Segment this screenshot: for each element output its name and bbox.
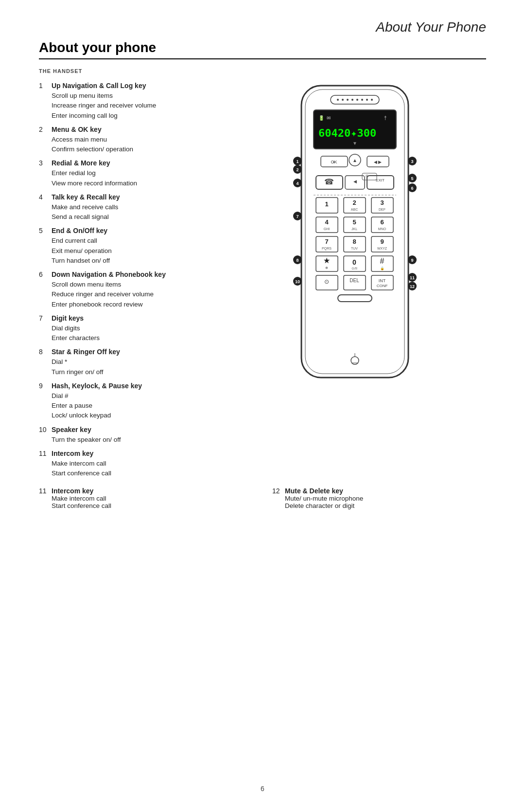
svg-text:1: 1	[325, 200, 328, 208]
svg-text:7: 7	[325, 238, 328, 245]
key-name-label: Hash, Keylock, & Pause key	[52, 382, 142, 390]
bottom-item-11: 11Intercom keyMake intercom callStart co…	[39, 487, 253, 509]
svg-text:JKL: JKL	[351, 227, 357, 231]
key-list: 1Up Navigation & Call Log keyScroll up m…	[39, 81, 219, 482]
key-sub-desc: Start conference call	[52, 469, 219, 478]
svg-text:10: 10	[295, 279, 300, 284]
key-sub-desc: Dial #	[52, 391, 219, 401]
svg-text:PQRS: PQRS	[322, 247, 332, 251]
bottom-key-number: 11	[39, 487, 48, 509]
phone-image: 🔋 ✉ † 60420✦300 ▼ 1 OK ≡	[287, 81, 433, 384]
svg-text:8: 8	[352, 238, 356, 245]
key-item-1: 1Up Navigation & Call Log keyScroll up m…	[39, 81, 219, 121]
svg-text:🔒: 🔒	[380, 266, 385, 271]
svg-rect-99	[338, 295, 372, 302]
key-description: Intercom keyMake intercom callStart conf…	[52, 449, 219, 479]
bottom-col-left: 11Intercom keyMake intercom callStart co…	[39, 487, 253, 512]
svg-text:✉: ✉	[327, 115, 331, 121]
key-name-label: End & On/Off key	[52, 227, 107, 235]
svg-text:#: #	[380, 257, 385, 265]
svg-point-4	[342, 99, 344, 101]
page-header: About Your Phone	[0, 0, 525, 40]
svg-text:60420✦300: 60420✦300	[318, 127, 376, 139]
svg-text:3: 3	[411, 159, 413, 164]
svg-text:DEF: DEF	[379, 208, 385, 211]
svg-text:◀ ▶: ◀ ▶	[374, 160, 382, 164]
svg-text:4: 4	[296, 181, 298, 186]
key-name-label: Down Navigation & Phonebook key	[52, 271, 166, 278]
svg-point-10	[371, 99, 373, 101]
bottom-sub-desc: Mute/ un-mute microphone	[285, 495, 486, 502]
key-sub-desc: View more record information	[52, 179, 219, 188]
key-sub-desc: Enter characters	[52, 333, 219, 343]
key-name-label: Speaker key	[52, 426, 91, 433]
key-item-9: 9Hash, Keylock, & Pause keyDial #Enter a…	[39, 381, 219, 421]
svg-text:9: 9	[380, 238, 384, 245]
svg-text:GHI: GHI	[324, 227, 330, 231]
svg-text:EXIT: EXIT	[376, 178, 385, 182]
svg-text:◀: ◀	[353, 179, 357, 184]
svg-text:5: 5	[352, 218, 356, 226]
svg-text:ABC: ABC	[351, 208, 358, 211]
key-number: 7	[39, 313, 48, 343]
key-name-label: Menu & OK key	[52, 126, 102, 133]
svg-text:MNO: MNO	[378, 227, 386, 231]
svg-text:6: 6	[380, 218, 384, 226]
handset-label: THE HANDSET	[39, 68, 486, 74]
svg-point-5	[347, 99, 349, 101]
bottom-col-right: 12Mute & Delete keyMute/ un-mute microph…	[272, 487, 486, 512]
key-number: 3	[39, 158, 48, 188]
key-description: Digit keysDial digitsEnter characters	[52, 313, 219, 343]
key-sub-desc: Turn ringer on/ off	[52, 367, 219, 377]
bottom-key-name: Intercom key	[52, 487, 93, 495]
svg-text:CONF: CONF	[377, 284, 388, 288]
phone-diagram: 🔋 ✉ † 60420✦300 ▼ 1 OK ≡	[233, 81, 486, 384]
bottom-sub-desc: Delete character or digit	[285, 502, 486, 509]
bottom-key-name: Mute & Delete key	[285, 487, 343, 495]
bottom-sub-desc: Make intercom call	[52, 495, 253, 502]
key-sub-desc: Increase ringer and receiver volume	[52, 101, 219, 110]
key-description: Star & Ringer Off keyDial *Turn ringer o…	[52, 347, 219, 377]
key-description: Up Navigation & Call Log keyScroll up me…	[52, 81, 219, 121]
page-number: 6	[261, 785, 264, 793]
bottom-list: 11Intercom keyMake intercom callStart co…	[39, 487, 486, 512]
key-sub-desc: Turn handset on/ off	[52, 256, 219, 266]
bottom-key-desc: Intercom keyMake intercom callStart conf…	[52, 487, 253, 509]
svg-text:DEL: DEL	[350, 278, 359, 283]
key-sub-desc: Access main menu	[52, 135, 219, 144]
page-content: About your phone THE HANDSET 1Up Navigat…	[0, 40, 525, 512]
key-number: 2	[39, 125, 48, 155]
svg-text:3: 3	[380, 199, 384, 206]
svg-text:0: 0	[352, 258, 356, 266]
key-number: 5	[39, 226, 48, 266]
key-sub-desc: Lock/ unlock keypad	[52, 411, 219, 420]
svg-text:7: 7	[296, 214, 298, 219]
svg-text:🔋: 🔋	[318, 115, 325, 121]
key-description: Down Navigation & Phonebook keyScroll do…	[52, 270, 219, 309]
svg-text:†: †	[384, 115, 387, 121]
key-item-3: 3Redial & More keyEnter redial logView m…	[39, 158, 219, 188]
svg-text:1: 1	[296, 159, 298, 164]
svg-text:▲: ▲	[352, 158, 357, 163]
key-item-11: 11Intercom keyMake intercom callStart co…	[39, 449, 219, 479]
svg-point-8	[361, 99, 363, 101]
key-sub-desc: Send a recall signal	[52, 212, 219, 222]
svg-point-7	[356, 99, 358, 101]
key-sub-desc: Enter a pause	[52, 401, 219, 411]
svg-point-9	[366, 99, 368, 101]
key-sub-desc: Exit menu/ operation	[52, 246, 219, 256]
key-name-label: Talk key & Recall key	[52, 193, 120, 201]
key-description: Speaker keyTurn the speaker on/ off	[52, 425, 219, 445]
key-sub-desc: Dial *	[52, 357, 219, 367]
svg-text:11: 11	[410, 275, 415, 280]
key-item-7: 7Digit keysDial digitsEnter characters	[39, 313, 219, 343]
key-item-10: 10Speaker keyTurn the speaker on/ off	[39, 425, 219, 445]
key-description: Redial & More keyEnter redial logView mo…	[52, 158, 219, 188]
bottom-sub-desc: Start conference call	[52, 502, 253, 509]
key-number: 10	[39, 425, 48, 445]
key-sub-desc: Reduce ringer and receiver volume	[52, 289, 219, 299]
key-number: 11	[39, 449, 48, 479]
svg-text:6: 6	[411, 186, 413, 191]
svg-text:✻: ✻	[325, 266, 328, 270]
bottom-key-number: 12	[272, 487, 281, 509]
